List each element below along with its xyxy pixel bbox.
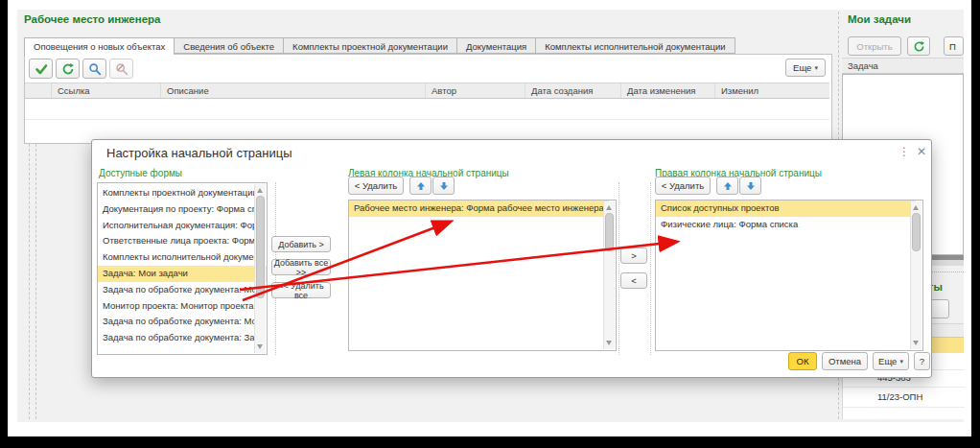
more-button-label: Еще [793,62,811,73]
cancel-find-button[interactable] [109,59,133,79]
tab-object-info[interactable]: Сведения об объекте [174,37,283,54]
list-item[interactable]: Физические лица: Форма списка [656,217,922,233]
notifications-table-header: Ссылка Описание Автор Дата создания Дата… [25,83,829,99]
refresh-icon [61,62,75,76]
cancel-button[interactable]: Отмена [822,352,868,370]
confirm-button[interactable] [29,59,53,79]
left-panel-edge-line-2 [35,144,36,419]
arrow-down-icon [439,181,449,191]
list-item[interactable]: Монитор проекта: Монитор проекта [98,298,256,315]
close-icon[interactable]: ✕ [917,146,926,157]
scrollbar-thumb[interactable] [605,213,614,251]
right-column-list[interactable]: Список доступных проектов Физические лиц… [655,200,923,351]
column-icon[interactable] [25,83,52,98]
check-icon [35,62,48,76]
column-task[interactable]: Задача [842,59,964,73]
group-separator [618,182,619,355]
ok-button[interactable]: ОК [788,352,817,370]
tab-notifications[interactable]: Оповещения о новых объектах [24,37,174,57]
list-item-selected[interactable]: Список доступных проектов [656,200,916,217]
screenshot-root: Рабочее место инженера Оповещения о новы… [0,0,980,448]
list-item-selected[interactable]: Задача: Мои задачи [98,266,268,282]
list-item[interactable]: Задача по обработке документа: Задач... [98,330,256,346]
tasks-table-header: Задача [842,58,964,74]
remove-all-button[interactable]: << Удалить все [271,282,331,298]
tab-documentation[interactable]: Документация [456,37,535,54]
list-item[interactable]: Задача по обработке документа: Мои т... [98,314,256,330]
search-icon [88,62,102,76]
move-right-button[interactable]: > [620,248,647,264]
row-divider [843,407,965,408]
more-button-main[interactable]: Еще ▾ [785,59,826,77]
tab-design-doc-sets[interactable]: Комплекты проектной документации [283,37,456,54]
open-task-button[interactable]: Открыть [848,36,901,56]
arrow-up-icon [723,181,733,191]
notifications-tab-content [24,54,832,144]
available-forms-list[interactable]: Комплекты проектной документации: Ф... Д… [97,182,268,355]
available-forms-label: Доступные формы [99,168,182,178]
left-move-down-button[interactable] [432,177,455,195]
cancel-search-icon [115,62,128,76]
find-button[interactable] [82,59,106,79]
more-vertical-icon[interactable]: ⋮ [898,146,910,157]
left-panel-edge-line [29,144,30,419]
left-remove-button[interactable]: < Удалить [348,177,404,195]
empty-row-divider [25,119,829,120]
list-item[interactable]: Комплекты проектной документации: Ф... [98,185,256,201]
group-separator [650,182,651,355]
list-item[interactable]: Документация по проекту: Форма списка [98,201,256,218]
refresh-button[interactable] [56,59,80,79]
chevron-down-icon: ▾ [814,64,818,72]
right-remove-button[interactable]: < Удалить [655,177,711,195]
scroll-up-icon[interactable] [913,205,919,210]
row-divider [843,387,965,388]
list-item[interactable]: Ответственные лица проекта: Форма с... [98,233,256,249]
scrollbar[interactable] [910,201,922,349]
tab-bar: Оповещения о новых объектах Сведения об … [24,37,735,54]
tasks-clipped-button[interactable]: П [944,36,964,56]
column-modified-by[interactable]: Изменил [715,83,828,98]
scrollbar[interactable] [254,184,266,353]
tasks-refresh-button[interactable] [907,36,930,56]
start-page-setup-dialog: Настройка начальной страницы ⋮ ✕ Доступн… [91,139,932,378]
list-item[interactable]: Комплекты исполнительной документа... [98,249,256,266]
scroll-up-icon[interactable] [257,188,263,193]
add-all-button[interactable]: Добавить все >> [271,259,331,275]
column-date-created[interactable]: Дата создания [525,83,621,98]
arrow-down-icon [746,181,756,191]
scroll-down-icon[interactable] [913,341,919,345]
dialog-title: Настройка начальной страницы [106,146,292,160]
refresh-icon [913,40,925,53]
right-move-down-button[interactable] [739,177,761,195]
right-move-up-button[interactable] [716,177,738,195]
list-item[interactable]: Исполнительная документация: Форма ... [98,218,256,234]
left-move-up-button[interactable] [409,177,432,195]
column-author[interactable]: Автор [426,83,525,98]
more-button-label: Еще [878,356,897,366]
column-date-modified[interactable]: Дата изменения [621,83,715,98]
more-button-dialog[interactable]: Еще ▾ [873,352,909,370]
column-description[interactable]: Описание [161,83,426,98]
list-item-selected[interactable]: Рабочее место инженера: Форма рабочее ме… [349,200,609,217]
left-column-list[interactable]: Рабочее место инженера: Форма рабочее ме… [348,200,617,351]
scroll-down-icon[interactable] [606,341,612,345]
workspace-title: Рабочее место инженера [24,13,160,25]
tab-asbuilt-doc-sets[interactable]: Комплекты исполнительной документации [535,37,735,54]
scrollbar-thumb[interactable] [256,196,265,298]
column-link[interactable]: Ссылка [52,83,161,98]
list-item[interactable]: Задача по обработке документа: Мои т... [98,282,256,298]
help-button[interactable]: ? [914,352,930,370]
arrow-up-icon [416,181,426,191]
add-button[interactable]: Добавить > [271,236,331,252]
chevron-down-icon: ▾ [899,358,903,365]
move-left-button[interactable]: < [620,272,647,289]
tasks-panel-title: Мои задачи [848,13,911,25]
scroll-down-icon[interactable] [257,344,263,349]
scrollbar-thumb[interactable] [912,213,921,251]
scrollbar[interactable] [603,201,615,349]
scroll-up-icon[interactable] [606,205,612,210]
table-row[interactable]: 11/23-ОПН [843,387,965,406]
